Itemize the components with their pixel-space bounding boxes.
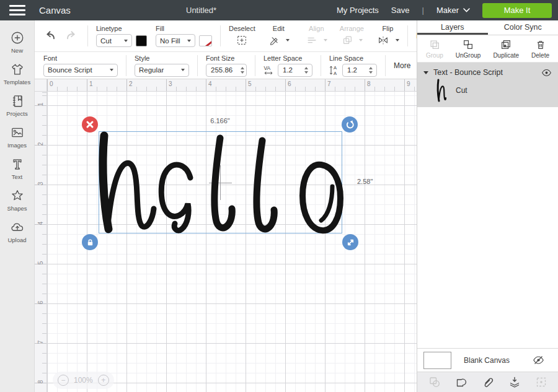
selection-bounding-box[interactable] [99, 131, 342, 233]
sidebar-item-upload[interactable]: Upload [0, 220, 35, 243]
line-space-group: Line Space AA 1.2 [329, 54, 377, 77]
caret-down-icon [359, 39, 363, 41]
chevron-down-icon [463, 8, 470, 12]
my-projects-link[interactable]: My Projects [337, 6, 379, 15]
zoom-in-button[interactable]: + [98, 375, 109, 386]
cricut-design-space: Canvas Untitled* My Projects Save | Make… [0, 0, 558, 392]
group-icon [428, 38, 441, 51]
canvas-grid[interactable]: 6.166" 2.58" [47, 92, 417, 392]
zoom-out-button[interactable]: − [58, 375, 69, 386]
plus-circle-icon [10, 30, 25, 45]
lock-handle[interactable] [82, 234, 98, 250]
blank-canvas-label: Blank Canvas [464, 356, 510, 365]
align-icon [306, 34, 318, 46]
delete-button[interactable]: Delete [531, 38, 549, 59]
panel-tabs: Layers Color Sync [417, 20, 558, 35]
ungroup-button[interactable]: UnGroup [456, 38, 481, 59]
style-dropdown[interactable]: Regular [135, 64, 189, 77]
caret-down-icon [110, 69, 113, 71]
sidebar-item-images[interactable]: Images [0, 125, 35, 149]
selection-height-label: 2.58" [357, 178, 373, 185]
hamburger-menu-icon[interactable] [9, 2, 25, 18]
visibility-eye-icon[interactable] [541, 69, 552, 77]
spinner-arrows-icon[interactable] [365, 67, 376, 74]
canvas-color-swatch[interactable] [423, 352, 451, 369]
style-value: Regular [139, 66, 164, 74]
style-group: Style Regular [135, 54, 189, 77]
font-label: Font [43, 54, 118, 62]
ruler-number: 5 [248, 81, 252, 87]
slice-icon [428, 375, 441, 389]
attach-paperclip-icon[interactable] [481, 375, 495, 389]
linetype-color-swatch[interactable] [136, 35, 147, 46]
zoom-level: 100% [74, 376, 93, 385]
flatten-icon[interactable] [508, 375, 521, 389]
blank-canvas-layer[interactable]: Blank Canvas [417, 348, 558, 372]
layer-actions: Group UnGroup Duplicate Delete [417, 35, 558, 63]
deselect-button[interactable]: Deselect [229, 25, 255, 47]
deselect-icon [236, 34, 248, 46]
machine-name: Maker [436, 6, 459, 15]
flip-button[interactable]: Flip [376, 25, 399, 47]
letter-t-icon [10, 157, 25, 172]
redo-icon[interactable] [63, 28, 79, 43]
undo-icon[interactable] [42, 28, 58, 43]
layer-group-text[interactable]: Text - Bounce Script Cut [417, 63, 558, 107]
arrange-label: Arrange [340, 25, 364, 32]
sidebar-item-shapes[interactable]: Shapes [0, 188, 35, 212]
make-it-button[interactable]: Make It [482, 3, 552, 18]
resize-diagonal-icon [347, 238, 355, 246]
ruler-number: 6 [288, 81, 291, 87]
line-space-label: Line Space [329, 54, 377, 62]
star-icon [10, 188, 25, 203]
rotate-icon [345, 120, 355, 129]
font-size-stepper[interactable]: 255.86 [206, 64, 247, 77]
letter-space-group: Letter Space VA 1.2 [264, 54, 312, 77]
delete-handle[interactable] [82, 116, 98, 133]
sidebar-item-projects[interactable]: Projects [0, 94, 35, 117]
save-link[interactable]: Save [391, 6, 410, 15]
design-sidebar: New Templates Projects Images Text Shape… [0, 20, 35, 392]
spinner-arrows-icon[interactable] [301, 67, 312, 74]
layer-row-cut[interactable]: Cut [417, 79, 558, 102]
tab-color-sync[interactable]: Color Sync [488, 20, 558, 35]
spinner-arrows-icon[interactable] [237, 67, 248, 74]
sidebar-item-text[interactable]: Text [0, 157, 35, 180]
line-space-stepper[interactable]: 1.2 [342, 64, 377, 77]
sidebar-item-new[interactable]: New [0, 30, 35, 54]
resize-handle[interactable] [342, 234, 358, 250]
linetype-dropdown[interactable]: Cut [96, 34, 132, 47]
group-label: Group [426, 52, 443, 59]
toolbar-divider [126, 55, 126, 76]
edit-toolbar: Linetype Cut Fill No Fill Deselect [35, 20, 417, 52]
arrange-button: Arrange [340, 25, 364, 47]
letter-space-icon: VA [264, 64, 274, 76]
tab-layers[interactable]: Layers [417, 20, 488, 35]
ruler-number: 8 [367, 81, 371, 87]
caret-expand-icon[interactable] [423, 71, 428, 74]
fill-pen-swatch[interactable] [199, 35, 212, 46]
machine-selector[interactable]: Maker [436, 6, 470, 15]
document-title[interactable]: Untitled* [186, 6, 216, 15]
design-canvas[interactable]: 0123456789 12345678 [35, 79, 417, 392]
duplicate-button[interactable]: Duplicate [493, 38, 519, 59]
sidebar-item-label: Upload [7, 237, 26, 243]
caret-down-icon [124, 40, 128, 42]
sidebar-item-label: Shapes [7, 205, 27, 212]
text-object-hello[interactable] [99, 132, 343, 234]
rotate-handle[interactable] [342, 116, 358, 133]
visibility-eye-slash-icon[interactable] [533, 355, 544, 365]
sidebar-item-templates[interactable]: Templates [0, 62, 35, 85]
edit-button[interactable]: Edit [268, 25, 290, 47]
fill-dropdown[interactable]: No Fill [156, 34, 195, 47]
layer-group-header[interactable]: Text - Bounce Script [417, 66, 558, 79]
letter-space-stepper[interactable]: 1.2 [278, 64, 312, 77]
tshirt-icon [9, 62, 25, 77]
toolbar-divider [385, 55, 386, 76]
letter-space-value: 1.2 [278, 66, 297, 74]
selection-width-label: 6.166" [210, 117, 229, 124]
toolbar-divider [407, 25, 408, 46]
weld-icon[interactable] [454, 375, 468, 389]
font-dropdown[interactable]: Bounce Script [43, 64, 118, 77]
trash-icon [534, 38, 547, 51]
